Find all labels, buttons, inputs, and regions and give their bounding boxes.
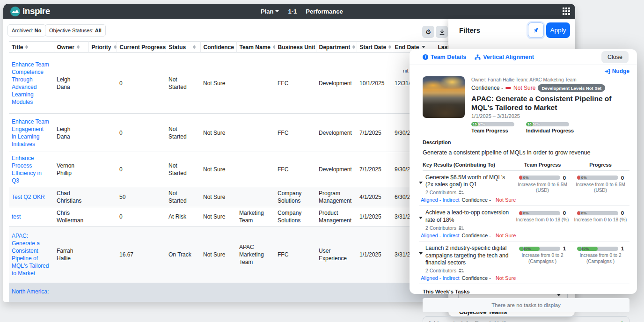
kr-progress-cell: 0% 0 Increase from 0 to 18 (%) [571,209,629,238]
sort-icon [114,45,117,49]
obscured-text-fragment: nit [403,68,409,73]
progress-cell: 50 [117,187,166,207]
pin-filters-button[interactable] [528,22,544,38]
department-cell: Program Management [316,187,357,207]
objective-statuses-filter-chip[interactable]: Objective Statuses:All [45,24,106,37]
col-header-title[interactable]: Title [9,42,54,53]
chip-label: Objective Statuses: [49,28,94,33]
aligned-link[interactable]: Aligned - Indirect [421,275,460,281]
col-header-status[interactable]: Status [166,42,200,53]
owner-cell: Chad Christians [54,187,88,207]
status-cell: Not Started [166,114,200,152]
apps-grid-icon[interactable] [563,7,571,15]
nav-item-performance[interactable]: Performance [306,8,343,15]
priority-cell [88,152,117,187]
weekly-tasks-label: This Week's Tasks [423,289,629,294]
confidence-cell: Not Sure [200,187,236,207]
add-task-input[interactable] [428,320,620,322]
kr-team-progress-cell: 0% 0 Increase from 0 to 18 (%) [513,209,571,238]
expand-caret-icon[interactable] [419,182,423,184]
objective-title-link[interactable]: Enhance Team Competence Through Advanced… [12,61,49,105]
nav-item-1-1[interactable]: 1-1 [288,8,297,15]
team-cell: Marketing Team [236,207,275,227]
close-button[interactable]: Close [601,51,629,63]
table-row[interactable]: Enhance Team Competence Through Advanced… [9,53,452,114]
confidence-cell: Not Sure [200,227,236,283]
gear-icon: ⚙ [425,29,432,35]
kr-team-progress-cell: 0% 0 Increase from 0 to 6.5M (USD) [513,174,571,203]
brand-logo[interactable]: inspire [10,6,50,17]
individual-progress-bar: 16.67% [526,122,569,126]
owner-cell: Leigh Dana [54,53,88,114]
owner-cell: Leigh Dana [54,114,88,152]
objective-title-link[interactable]: test [12,213,21,220]
contributors-line: 2 Contributors [425,190,511,195]
confidence-cell: Not Sure [200,207,236,227]
department-cell: Product Management [316,207,357,227]
modal-header: i Team Details Vertical Alignment Close [410,49,637,65]
objective-title-link[interactable]: Enhance Team Engagement in Learning Init… [12,118,49,147]
individual-progress-block: 16.67% Individual Progress [526,122,574,133]
objective-title-link[interactable]: Enhance Process Efficiency in Q3 [12,155,42,184]
nav-item-plan[interactable]: Plan [261,8,279,15]
aligned-link[interactable]: Aligned - Indirect [421,233,460,238]
add-task-plus-icon[interactable]: + [620,319,624,322]
table-row[interactable]: Enhance Team Engagement in Learning Init… [9,114,452,152]
status-cell: Not Started [166,53,200,114]
start-date-cell: 7/1/2025 [357,152,392,187]
objective-title: APAC: Generate a Consistent Pipeline of … [471,94,629,112]
apply-filters-button[interactable]: Apply [546,22,570,38]
priority-cell [88,207,117,227]
nudge-link[interactable]: Nudge [604,68,629,74]
start-date-cell: 1/1/2025 [357,227,392,283]
table-row[interactable]: test Chris Wollerman 0 At Risk Not Sure … [9,207,452,227]
col-header-business-unit[interactable]: Business Unit [275,42,316,53]
table-row[interactable]: Enhance Process Efficiency in Q3 Vernon … [9,152,452,187]
department-cell: User Experience [316,227,357,283]
aligned-link[interactable]: Aligned - Indirect [421,197,460,203]
archived-filter-chip[interactable]: Archived:No [7,24,46,37]
vertical-alignment-link[interactable]: Vertical Alignment [475,54,534,60]
col-header-team-name[interactable]: Team Name [236,42,275,53]
kr-progress-cell: 50% 1 Increase from 0 to 2 (Campaigns ) [571,245,629,281]
confidence-cell: Not Sure [200,152,236,187]
sort-desc-icon [422,46,425,48]
table-row[interactable]: APAC: Generate a Consistent Pipeline of … [9,227,452,283]
table-settings-button[interactable]: ⚙ [422,26,434,38]
confidence-cell: Not Sure [200,53,236,114]
objective-title-link[interactable]: North America: [12,288,49,295]
col-header-priority[interactable]: Priority [88,42,117,53]
priority-cell [88,53,117,114]
key-result-row: Achieve a lead-to-opp conversion rate of… [419,206,629,242]
business-unit-cell: Company Solutions [275,187,316,207]
expand-caret-icon[interactable] [419,217,423,219]
col-header-start-date[interactable]: Start Date [357,42,392,53]
objective-title-link[interactable]: Test Q2 OKR [12,194,45,200]
table-row[interactable]: Test Q2 OKR Chad Christians 50 Not Start… [9,187,452,207]
table-row-selected[interactable]: North America: [9,283,452,302]
nudge-arrow-icon [604,69,610,74]
col-header-owner[interactable]: Owner [54,42,88,53]
col-header-department[interactable]: Department [316,42,357,53]
department-cell: Development [316,53,357,114]
col-header-current-progress[interactable]: Current Progress [117,42,166,53]
description-label: Description [423,139,629,145]
status-cell: Not Started [166,152,200,187]
expand-caret-icon[interactable] [419,252,423,255]
start-date-cell: 4/1/2025 [357,187,392,207]
col-header-confidence[interactable]: Confidence [200,42,236,53]
export-download-button[interactable] [436,26,448,38]
team-cell [236,114,275,152]
key-result-title: Launch 2 industry-specific digital campa… [425,245,511,266]
people-icon [458,190,464,195]
team-details-link[interactable]: i Team Details [423,54,466,60]
status-cell: Not Started [166,187,200,207]
status-cell: At Risk [166,207,200,227]
progress-cell: 0 [117,53,166,114]
priority-cell [88,227,117,283]
progress-cell: 0 [117,114,166,152]
confidence-label: Confidence - [471,85,503,91]
objective-title-link[interactable]: APAC: Generate a Consistent Pipeline of … [12,233,49,277]
kr-progress-cell: 0% 0 Increase from 0 to 6.5M (USD) [571,174,629,203]
owner-cell: Farrah Hallie [54,227,88,283]
